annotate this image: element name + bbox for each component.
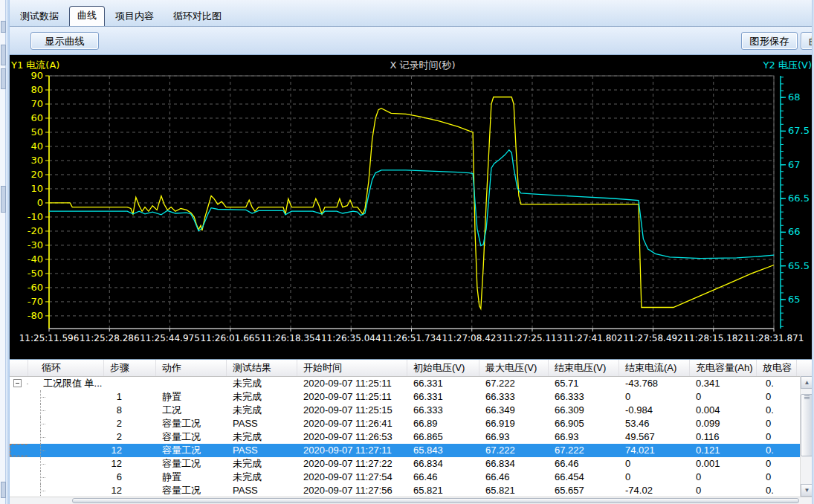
row-gutter [10, 404, 28, 417]
cell-5-2: 容量工况 [156, 444, 227, 457]
table-header: 循环步骤动作测试结果开始时间初始电压(V)最大电压(V)结束电压(V)结束电流(… [10, 360, 814, 377]
save-graphic-button[interactable]: 图形保存 [741, 32, 798, 50]
x-tick-label: 11:26:51.734 [381, 333, 442, 343]
cell-4-5: 66.865 [407, 430, 479, 444]
table-row-2[interactable]: 8工况未完成2020-09-07 11:25:1566.33366.34966.… [10, 404, 814, 417]
cell-6-1: 12 [104, 457, 156, 471]
table-row-8[interactable]: 12容量工况PASS2020-09-07 11:27:5665.82165.82… [10, 484, 814, 497]
x-tick-label: 11:28:15.182 [683, 333, 743, 343]
cell-5-0 [28, 444, 104, 457]
column-header-4[interactable]: 测试结果 [227, 360, 297, 376]
y1-tick-label: 60 [30, 112, 43, 123]
cell-8-8: -74.02 [619, 484, 690, 497]
table-horizontal-scrollbar[interactable] [10, 497, 814, 504]
cell-0-10: 0. [757, 377, 797, 390]
tab-2[interactable]: 项目内容 [106, 7, 163, 26]
cell-6-2: 容量工况 [156, 457, 227, 471]
table-row-1[interactable]: 1静置未完成2020-09-07 11:25:1166.33166.33366.… [10, 390, 814, 404]
table-row-6[interactable]: 12容量工况未完成2020-09-07 11:27:2266.83466.834… [10, 457, 814, 471]
curve-chart: 9080706050403020100-10-20-30-40-50-60-70… [10, 55, 814, 359]
x-tick-label: 11:26:35.044 [321, 333, 381, 343]
table-row-5[interactable]: 12容量工况PASS2020-09-07 11:27:1165.84367.22… [10, 444, 814, 457]
column-header-8[interactable]: 结束电压(V) [549, 360, 619, 376]
cell-8-0 [28, 484, 104, 497]
row-gutter [10, 471, 28, 484]
y1-tick-label: 80 [30, 84, 43, 95]
tab-0[interactable]: 测试数据 [11, 7, 68, 26]
cell-5-7: 67.222 [549, 444, 619, 457]
cell-8-10: 0. [757, 484, 797, 497]
horizontal-scroll-thumb[interactable] [72, 498, 799, 503]
column-header-0[interactable] [10, 360, 28, 376]
toolbar: 显示曲线 图形保存 曲 [10, 27, 814, 55]
column-header-2[interactable]: 步骤 [104, 360, 156, 376]
table-row-7[interactable]: 6静置未完成2020-09-07 11:27:5466.4666.4666.45… [10, 471, 814, 484]
x-tick-label: 11:27:58.492 [623, 333, 683, 343]
cell-3-3: PASS [227, 417, 297, 430]
cell-8-7: 65.657 [549, 484, 619, 497]
x-tick-label: 11:27:08.423 [442, 333, 502, 343]
y1-tick-label: 10 [30, 183, 43, 194]
cell-4-2: 容量工况 [156, 430, 227, 444]
cell-5-1: 12 [104, 444, 156, 457]
column-header-6[interactable]: 初始电压(V) [407, 360, 479, 376]
cell-7-2: 静置 [156, 471, 227, 484]
column-header-11[interactable]: 放电容 [757, 360, 797, 376]
cell-0-6: 67.222 [479, 377, 549, 390]
column-header-1[interactable]: 循环 [28, 360, 104, 376]
y2-tick-label: 67 [788, 159, 801, 170]
column-header-5[interactable]: 开始时间 [297, 360, 407, 376]
tree-expander-cell[interactable] [10, 377, 28, 390]
cell-3-1: 2 [104, 417, 156, 430]
y1-axis-title: Y1 电流(A) [10, 59, 59, 71]
focus-rect [10, 444, 28, 456]
y1-tick-label: 30 [30, 155, 43, 166]
side-panel-icon[interactable] [1, 45, 6, 65]
cell-6-3: 未完成 [227, 457, 297, 471]
table-row-0[interactable]: 工况限值 单...未完成2020-09-07 11:25:1166.33167.… [10, 377, 814, 390]
tab-3[interactable]: 循环对比图 [164, 7, 230, 26]
cell-7-10: 0 [757, 471, 797, 484]
table-row-3[interactable]: 2容量工况PASS2020-09-07 11:26:4166.8966.9196… [10, 417, 814, 430]
cell-5-6: 67.222 [479, 444, 549, 457]
cell-5-5: 65.843 [407, 444, 479, 457]
cell-8-2: 容量工况 [156, 484, 227, 497]
collapsed-side-panel[interactable] [0, 0, 6, 504]
side-panel-icon[interactable] [1, 21, 6, 33]
column-header-7[interactable]: 最大电压(V) [479, 360, 549, 376]
cell-6-9: 0.001 [690, 457, 757, 471]
table-row-4[interactable]: 2容量工况未完成2020-09-07 11:26:5366.86566.9366… [10, 430, 814, 444]
cell-5-8: 74.021 [619, 444, 690, 457]
x-tick-label: 11:25:28.286 [80, 333, 140, 343]
column-header-3[interactable]: 动作 [156, 360, 227, 376]
tab-bar: 测试数据曲线项目内容循环对比图 [10, 0, 814, 27]
show-curve-button[interactable]: 显示曲线 [30, 32, 99, 50]
cell-7-5: 66.46 [407, 471, 479, 484]
side-panel-icon[interactable] [1, 68, 6, 89]
cell-7-4: 2020-09-07 11:27:54 [297, 471, 407, 484]
cell-5-10: 0. [757, 444, 797, 457]
y1-tick-label: 70 [30, 98, 43, 109]
step-result-table: 循环步骤动作测试结果开始时间初始电压(V)最大电压(V)结束电压(V)结束电流(… [10, 359, 814, 504]
tab-1[interactable]: 曲线 [69, 6, 105, 26]
column-header-10[interactable]: 充电容量(Ah) [690, 360, 757, 376]
cell-0-0: 工况限值 单... [28, 377, 104, 390]
cell-8-6: 65.821 [479, 484, 549, 497]
cell-3-10: 0 [757, 417, 797, 430]
x-tick-label: 11:27:25.113 [503, 333, 563, 343]
cell-7-7: 66.454 [549, 471, 619, 484]
cell-6-6: 66.834 [479, 457, 549, 471]
y1-tick-label: 40 [30, 140, 43, 152]
cell-7-6: 66.46 [479, 471, 549, 484]
side-panel-icon[interactable] [1, 482, 6, 498]
column-header-9[interactable]: 结束电流(A) [619, 360, 690, 376]
y1-tick-label: -60 [28, 282, 43, 293]
collapse-icon[interactable] [13, 379, 22, 387]
splitter-grip[interactable] [1, 186, 6, 213]
cell-6-4: 2020-09-07 11:27:22 [297, 457, 407, 471]
cell-8-4: 2020-09-07 11:27:56 [297, 484, 407, 497]
y1-tick-label: -20 [28, 225, 43, 236]
y2-tick-label: 66.5 [788, 193, 810, 204]
row-gutter [10, 430, 28, 444]
x-tick-label: 11:27:41.802 [563, 333, 623, 343]
